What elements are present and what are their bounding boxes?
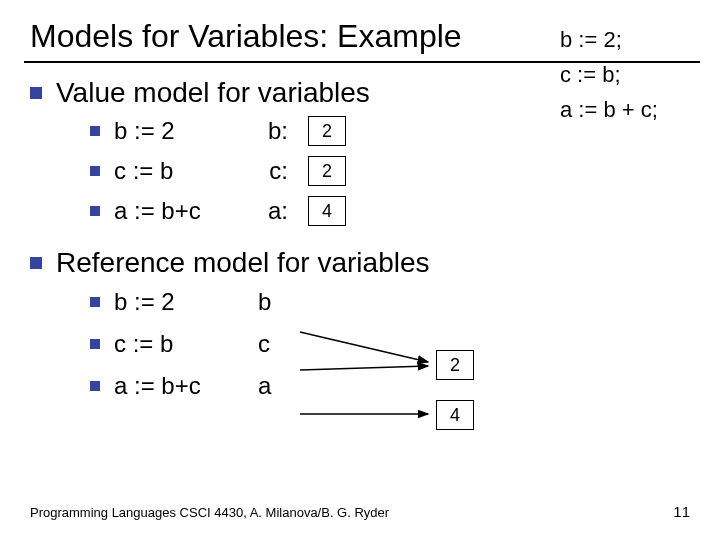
section-heading-row: Reference model for variables (30, 247, 690, 279)
assign-text: a := b+c (114, 372, 244, 400)
section-heading: Value model for variables (56, 77, 370, 109)
example-code: b := 2; c := b; a := b + c; (560, 22, 658, 128)
ref-item: c := b c (114, 325, 274, 363)
ref-box-a: 4 (436, 400, 474, 430)
value-box: 2 (308, 116, 346, 146)
ref-row: c := b c (90, 325, 690, 363)
var-label: c: (258, 157, 288, 185)
slide-title: Models for Variables: Example (30, 18, 462, 55)
var-label: a (258, 372, 274, 400)
bullet-icon (30, 257, 42, 269)
bullet-icon (90, 206, 100, 216)
value-item: b := 2 b: 2 (114, 113, 346, 149)
footer-text: Programming Languages CSCI 4430, A. Mila… (30, 505, 389, 520)
value-item: a := b+c a: 4 (114, 193, 346, 229)
bullet-icon (90, 381, 100, 391)
code-line: b := 2; (560, 22, 658, 57)
bullet-icon (90, 297, 100, 307)
value-row: c := b c: 2 (90, 153, 690, 189)
bullet-icon (90, 126, 100, 136)
value-item: c := b c: 2 (114, 153, 346, 189)
var-label: a: (258, 197, 288, 225)
ref-item: b := 2 b (114, 283, 274, 321)
var-label: b: (258, 117, 288, 145)
value-box: 4 (308, 196, 346, 226)
ref-row: a := b+c a (90, 367, 690, 405)
var-label: b (258, 288, 274, 316)
bullet-icon (90, 166, 100, 176)
code-line: a := b + c; (560, 92, 658, 127)
assign-text: b := 2 (114, 117, 244, 145)
value-row: a := b+c a: 4 (90, 193, 690, 229)
slide: Models for Variables: Example b := 2; c … (0, 0, 720, 540)
code-line: c := b; (560, 57, 658, 92)
assign-text: c := b (114, 330, 244, 358)
bullet-icon (30, 87, 42, 99)
section-heading: Reference model for variables (56, 247, 430, 279)
ref-box-shared: 2 (436, 350, 474, 380)
assign-text: b := 2 (114, 288, 244, 316)
page-number: 11 (673, 503, 690, 520)
var-label: c (258, 330, 274, 358)
ref-item: a := b+c a (114, 367, 274, 405)
assign-text: c := b (114, 157, 244, 185)
ref-row: b := 2 b (90, 283, 690, 321)
value-box: 2 (308, 156, 346, 186)
assign-text: a := b+c (114, 197, 244, 225)
bullet-icon (90, 339, 100, 349)
